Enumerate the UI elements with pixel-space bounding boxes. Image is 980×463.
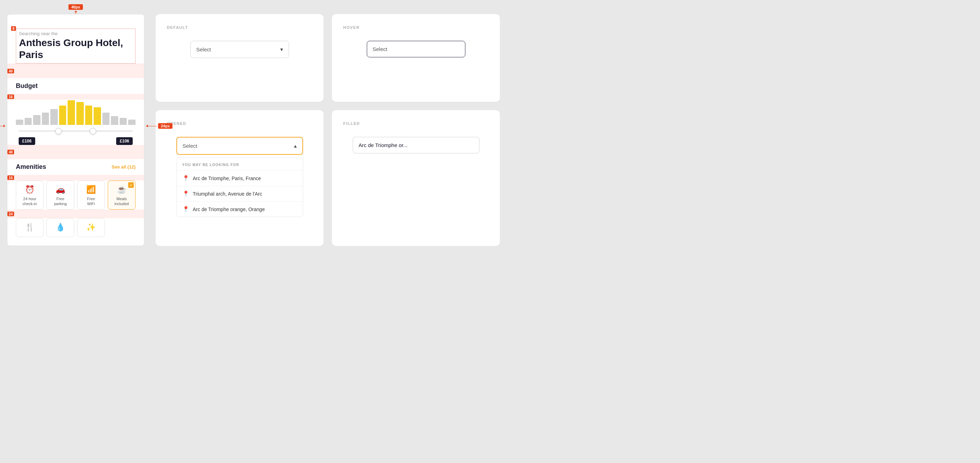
select-default-text: Select <box>196 46 211 52</box>
default-label: DEFAULT <box>167 25 312 30</box>
amenity-label-0: 24 hour check-in <box>22 196 37 206</box>
search-title: Anthesis Group Hotel, Paris <box>16 37 135 63</box>
select-default[interactable]: Select ▾ <box>191 41 289 58</box>
budget-chart-section: £106 £106 <box>7 100 144 145</box>
spacer-24: 24 <box>7 210 144 218</box>
dropdown-item-1[interactable]: 📍 Arc de Triomphe, Paris, France <box>177 170 303 186</box>
select-opened-text: Select <box>183 143 197 149</box>
spacer-16-a: 16 <box>7 94 144 100</box>
amenities-header: Amenities See all (12) <box>16 159 135 175</box>
amenity-icon-1: 🚗 <box>56 185 65 194</box>
spacer-16-b: 16 <box>7 175 144 181</box>
amenity-card-r2-0[interactable]: 🍴 <box>16 218 44 237</box>
spacer-24-label: 24 <box>7 211 14 216</box>
location-pin-icon: 📍 <box>182 175 189 182</box>
spacer-16b-label: 16 <box>7 176 14 180</box>
dropdown-list: YOU MAY BE LOOKING FOR 📍 Arc de Triomphe… <box>177 158 303 217</box>
select-hover-text: Select <box>373 46 388 52</box>
amenity-icon-r2-0: 🍴 <box>25 223 35 232</box>
dropdown-section-label: YOU MAY BE LOOKING FOR <box>177 158 303 170</box>
budget-header: Budget <box>16 78 135 94</box>
chart-bar-7 <box>76 102 84 125</box>
amenities-title: Amenities <box>16 163 46 171</box>
select-hover[interactable]: Select <box>367 41 465 57</box>
dropdown-item-3-text: Arc de Triomphe orange, Orange <box>193 206 265 212</box>
amenity-icon-0: ⏰ <box>25 185 35 194</box>
chart-bar-5 <box>59 106 67 125</box>
spacer-40-a: 40 <box>7 64 144 78</box>
panel-filled: FILLED Arc de Triomphe or... <box>332 110 500 246</box>
panel-opened: OPENED Select ▴ YOU MAY BE LOOKING FOR 📍… <box>156 110 323 246</box>
budget-title: Budget <box>16 82 38 90</box>
left-annotation: 24px <box>0 123 5 129</box>
chart-bar-8 <box>85 106 92 125</box>
amenity-card-1[interactable]: 🚗Free parking <box>46 181 74 210</box>
filled-label: FILLED <box>343 121 488 125</box>
amenities-section: Amenities See all (12) <box>7 159 144 175</box>
spacer-40a-label: 40 <box>7 69 14 73</box>
amenity-grid-row2: 🍴💧✨ <box>16 218 135 237</box>
dropdown-item-1-text: Arc de Triomphe, Paris, France <box>193 176 261 181</box>
price-tag-right: £106 <box>116 137 133 145</box>
chart-bar-1 <box>25 118 32 125</box>
slider-fill <box>59 130 92 132</box>
annotation-8: 8 <box>11 26 16 31</box>
amenity-card-r2-1[interactable]: 💧 <box>46 218 74 237</box>
top-spacer-badge: 40px <box>68 4 83 10</box>
slider-wrapper <box>16 130 135 132</box>
see-all-link[interactable]: See all (12) <box>111 164 135 170</box>
amenity-card-r2-2[interactable]: ✨ <box>77 218 105 237</box>
slider-track <box>19 130 133 132</box>
chart-bar-0 <box>16 120 23 125</box>
chart-bar-6 <box>68 100 75 125</box>
right-annotation: 24px <box>146 123 172 129</box>
location-pin-icon-2: 📍 <box>182 190 189 197</box>
mobile-panel: 8 Searching near the Anthesis Group Hote… <box>7 14 144 246</box>
amenity-card-3[interactable]: ☕Meals included✓ <box>108 181 135 210</box>
chart-bar-13 <box>128 120 135 125</box>
price-tag-left: £106 <box>19 137 35 145</box>
amenity-row-1: ⏰24 hour check-in🚗Free parking📶Free WiFi… <box>7 181 144 210</box>
search-section: 8 Searching near the Anthesis Group Hote… <box>7 14 144 64</box>
slider-thumb-right[interactable] <box>90 128 96 135</box>
amenity-icon-2: 📶 <box>86 185 96 194</box>
amenity-icon-r2-2: ✨ <box>86 223 96 232</box>
select-filled[interactable]: Arc de Triomphe or... <box>353 137 479 154</box>
chart-bar-12 <box>120 118 127 125</box>
dropdown-item-2-text: Triumphal arch, Avenue de l'Arc <box>193 191 262 197</box>
amenity-card-0[interactable]: ⏰24 hour check-in <box>16 181 44 210</box>
amenity-grid: ⏰24 hour check-in🚗Free parking📶Free WiFi… <box>16 181 135 210</box>
amenity-icon-3: ☕ <box>117 185 126 194</box>
dropdown-item-2[interactable]: 📍 Triumphal arch, Avenue de l'Arc <box>177 186 303 201</box>
slider-thumb-left[interactable] <box>55 128 62 135</box>
spacer-16a-label: 16 <box>7 95 14 99</box>
spacer-40-b: 40 <box>7 145 144 159</box>
price-labels: £106 £106 <box>16 137 135 145</box>
opened-label: OPENED <box>167 121 312 125</box>
select-filled-text: Arc de Triomphe or... <box>359 142 407 148</box>
chart-bar-3 <box>42 113 49 125</box>
right-badge: 24px <box>158 123 172 129</box>
spacer-40b-label: 40 <box>7 150 14 154</box>
chart-bar-10 <box>102 113 110 125</box>
select-opened[interactable]: Select ▴ <box>177 137 303 155</box>
search-input-wrapper: Searching near the Anthesis Group Hotel,… <box>16 29 135 64</box>
amenity-label-2: Free WiFi <box>87 196 95 206</box>
budget-chart <box>16 100 135 128</box>
search-subtitle: Searching near the <box>16 29 135 37</box>
amenity-label-1: Free parking <box>54 196 67 206</box>
panel-hover: HOVER Select <box>332 14 500 101</box>
amenity-card-2[interactable]: 📶Free WiFi <box>77 181 105 210</box>
left-arrow <box>0 126 5 126</box>
chevron-down-icon: ▾ <box>280 46 283 53</box>
chart-bar-2 <box>33 115 40 125</box>
hover-label: HOVER <box>343 25 488 30</box>
chart-bar-11 <box>111 116 118 125</box>
right-panels: DEFAULT Select ▾ HOVER Select OPENED Sel… <box>156 14 500 246</box>
amenity-icon-r2-1: 💧 <box>56 223 65 232</box>
location-pin-icon-3: 📍 <box>182 206 189 212</box>
dropdown-item-3[interactable]: 📍 Arc de Triomphe orange, Orange <box>177 201 303 217</box>
budget-section: Budget <box>7 78 144 94</box>
chart-bar-4 <box>50 109 58 125</box>
chart-bar-9 <box>94 107 101 125</box>
